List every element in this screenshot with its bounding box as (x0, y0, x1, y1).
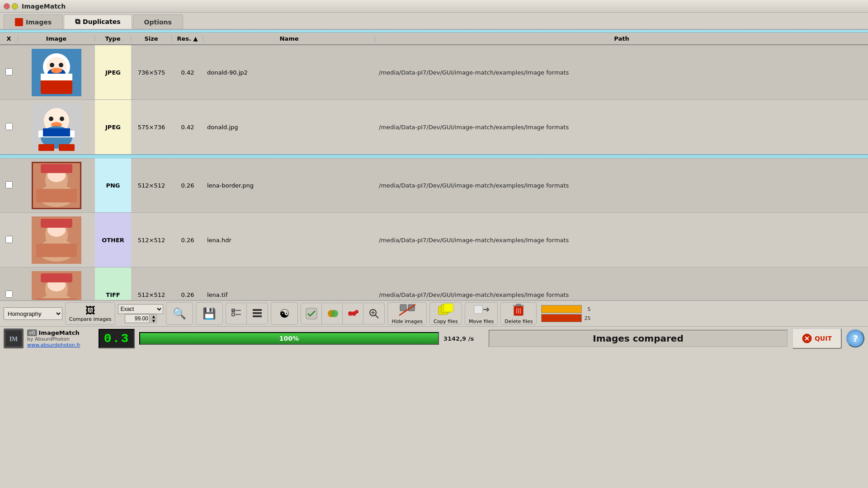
color-circle-icon (326, 307, 339, 320)
progress-pct: 100% (279, 335, 299, 342)
row-name: lena.hdr (203, 237, 375, 244)
close-button[interactable] (4, 3, 10, 9)
row-size: 512×512 (131, 291, 172, 298)
search-button[interactable]: 🔍 (166, 302, 193, 325)
col-header-image[interactable]: Image (18, 35, 95, 42)
spinner-up[interactable]: ▲ (151, 314, 157, 319)
svg-rect-43 (253, 312, 262, 314)
bottom-color-swatch[interactable] (541, 314, 582, 322)
app-logo: IM (4, 328, 24, 348)
app-website[interactable]: www.absurdphoton.fr (27, 342, 80, 348)
color-panel: 5 25 (541, 305, 590, 322)
copy-files-button[interactable]: Copy files (429, 302, 462, 325)
tab-images[interactable]: Images (4, 14, 63, 29)
svg-rect-55 (400, 305, 406, 311)
minimize-button[interactable] (12, 3, 18, 9)
app-name-row: v0 ImageMatch (27, 329, 80, 336)
table-header: X Image Type Size Res. ▲ Name Path (0, 33, 868, 45)
col-header-name[interactable]: Name (203, 35, 375, 42)
help-button[interactable]: ? (846, 329, 864, 347)
duplicates-tab-icon: ⧉ (75, 17, 80, 26)
svg-rect-37 (36, 298, 77, 300)
speed-display: 3142,9 /s (443, 335, 484, 342)
svg-point-12 (60, 117, 64, 121)
match-type-select[interactable]: Exact Similar (118, 304, 163, 314)
quit-button[interactable]: QUIT (792, 328, 842, 349)
yin-yang-button[interactable]: ☯ (271, 302, 298, 325)
list-view-button[interactable] (247, 303, 268, 324)
toggle-group (301, 303, 385, 324)
row-name: donald-90.jp2 (203, 69, 375, 76)
hide-images-button[interactable]: Hide images (387, 302, 427, 325)
checklist-view-button[interactable] (226, 303, 247, 324)
spinner-down[interactable]: ▼ (151, 319, 157, 323)
svg-rect-31 (36, 244, 77, 257)
checkmark-toggle[interactable] (301, 303, 322, 324)
row-thumbnail (18, 160, 95, 211)
top-color-swatch[interactable] (541, 305, 582, 313)
bottom-toolbar: Homography Feature Match Pixel Compare 🖼… (0, 300, 868, 326)
svg-rect-29 (41, 219, 72, 228)
status-area: IM v0 ImageMatch by AbsurdPhoton www.abs… (0, 326, 868, 366)
thumbnail-lena3 (32, 271, 81, 300)
row-size: 736×575 (131, 69, 172, 76)
row-size: 512×512 (131, 237, 172, 244)
row-path: /media/Data-pI7/Dev/GUI/image-match/exam… (375, 124, 868, 131)
compare-images-button[interactable]: 🖼 Compare images (65, 302, 115, 325)
row-path: /media/Data-pI7/Dev/GUI/image-match/exam… (375, 182, 868, 189)
col-header-type[interactable]: Type (95, 35, 131, 42)
color-row-bottom: 25 (541, 314, 590, 322)
row-checkbox-cell[interactable] (0, 236, 18, 244)
tab-options[interactable]: Options (133, 14, 183, 29)
table-row: JPEG 575×736 0.42 donald.jpg /media/Data… (0, 100, 868, 155)
row-checkbox[interactable] (5, 236, 13, 243)
compare-label: Compare images (69, 316, 111, 322)
svg-rect-40 (232, 313, 235, 316)
row-checkbox[interactable] (5, 181, 13, 188)
row-thumbnail (18, 102, 95, 153)
row-checkbox[interactable] (5, 68, 13, 75)
row-checkbox[interactable] (5, 291, 13, 298)
col-header-path[interactable]: Path (375, 35, 868, 42)
copy-files-label: Copy files (434, 319, 458, 324)
progress-bar-fill: 100% (140, 333, 438, 344)
svg-point-4 (50, 63, 54, 67)
window-controls[interactable] (4, 3, 18, 9)
color-circle-toggle[interactable] (322, 303, 343, 324)
row-path: /media/Data-pI7/Dev/GUI/image-match/exam… (375, 291, 868, 298)
row-checkbox-cell[interactable] (0, 123, 18, 131)
row-name: lena.tif (203, 291, 375, 298)
move-files-icon (473, 303, 490, 319)
top-color-number: 5 (583, 306, 590, 312)
move-files-button[interactable]: Move files (465, 302, 498, 325)
row-checkbox-cell[interactable] (0, 181, 18, 190)
row-checkbox[interactable] (5, 123, 13, 130)
table-row: TIFF 512×512 0.26 lena.tif /media/Data-p… (0, 267, 868, 300)
col-header-x[interactable]: X (0, 35, 18, 42)
svg-point-5 (59, 63, 63, 67)
save-button[interactable]: 💾 (196, 302, 223, 325)
row-type: OTHER (95, 213, 131, 267)
row-checkbox-cell[interactable] (0, 291, 18, 299)
tab-duplicates[interactable]: ⧉ Duplicates (64, 14, 132, 29)
svg-rect-17 (38, 144, 54, 151)
thumbnail-lena1 (32, 162, 81, 209)
zoom-icon (368, 307, 380, 320)
row-checkbox-cell[interactable] (0, 68, 18, 77)
tab-bar: Images ⧉ Duplicates Options (0, 13, 868, 30)
row-type: JPEG (95, 100, 131, 154)
col-header-size[interactable]: Size (131, 35, 172, 42)
zoom-button[interactable] (363, 303, 384, 324)
spinner-arrows[interactable]: ▲ ▼ (151, 314, 157, 323)
row-res: 0.26 (172, 182, 203, 189)
threshold-input[interactable] (125, 314, 150, 323)
row-thumbnail (18, 269, 95, 300)
hide-images-label: Hide images (392, 319, 423, 324)
svg-point-50 (355, 310, 359, 314)
method-select[interactable]: Homography Feature Match Pixel Compare (4, 307, 62, 320)
red-circles-toggle[interactable] (343, 303, 363, 324)
delete-files-button[interactable]: Delete files (500, 302, 537, 325)
svg-rect-8 (41, 74, 72, 80)
col-header-res[interactable]: Res. ▲ (172, 35, 203, 42)
svg-text:IM: IM (9, 336, 18, 343)
